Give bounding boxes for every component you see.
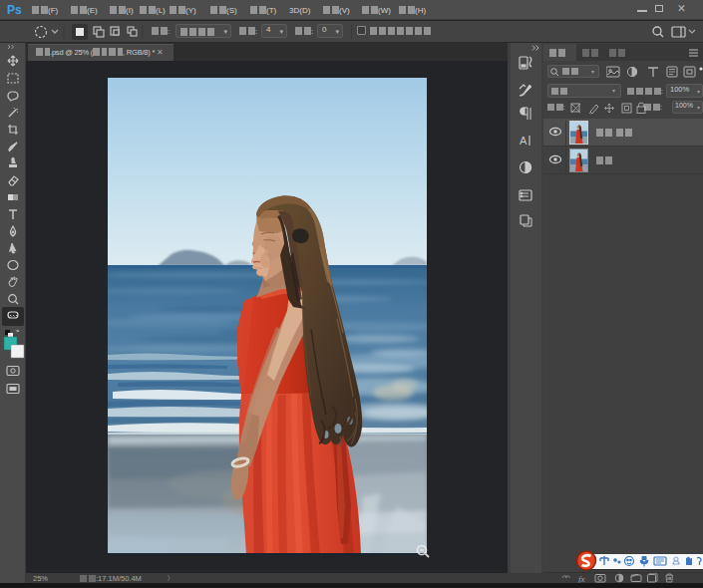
svg-text:fx: fx (578, 574, 585, 584)
svg-text:A: A (520, 135, 527, 147)
